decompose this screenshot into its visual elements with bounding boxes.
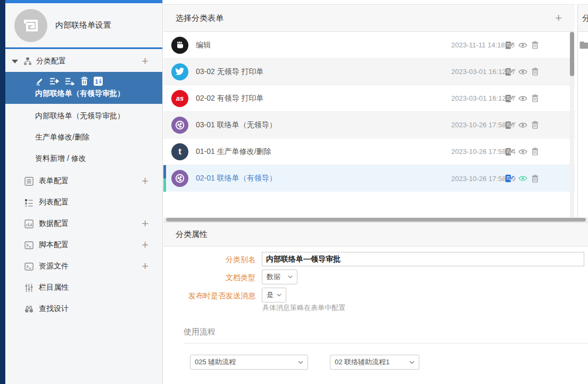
twitter-icon xyxy=(171,63,188,80)
doc-type-select[interactable]: 数据 xyxy=(262,269,297,284)
bar-chart-icon xyxy=(24,219,34,228)
sidebar-selected-node[interactable]: 1 内部联络单（有领导审批） xyxy=(5,72,162,104)
sidebar-item-no-leader[interactable]: 内部联络单（无领导审批） xyxy=(5,105,162,127)
sidebar-item-data-add-edit[interactable]: 资料新增 / 修改 xyxy=(5,148,162,169)
binoculars-icon xyxy=(24,305,34,314)
edit-form-icon[interactable] xyxy=(505,41,514,50)
picasa-icon xyxy=(171,170,188,187)
add-category-button[interactable]: + xyxy=(142,55,148,67)
picasa-glyph xyxy=(175,120,185,130)
flow-select-main-value: 025 辅助流程 xyxy=(195,357,236,367)
flow-section-title: 使用流程 xyxy=(184,327,216,337)
row-actions xyxy=(505,94,539,103)
lastfm-glyph: as xyxy=(176,95,184,102)
row-actions xyxy=(505,148,539,156)
trash-icon[interactable] xyxy=(532,175,539,183)
sidebar-item-resource-files[interactable]: 资源文件 + xyxy=(5,256,162,277)
alias-input[interactable] xyxy=(262,252,584,266)
sidebar-item-label: 脚本配置 xyxy=(39,240,69,250)
move-item-down-level-icon[interactable] xyxy=(65,77,75,85)
row-actions xyxy=(505,41,539,50)
sidebar-item-label: 资源文件 xyxy=(39,262,69,271)
category-properties-panel: 分类属性 分类别名 文档类型 数据 发布时是否发送消息 是 具体消息策略在表单中… xyxy=(163,222,588,384)
add-script-button[interactable]: + xyxy=(142,239,148,251)
trash-icon[interactable] xyxy=(532,148,539,156)
edit-form-icon[interactable] xyxy=(505,121,514,129)
sidebar-item-form-config[interactable]: 表单配置 + xyxy=(5,170,162,192)
fist-glyph xyxy=(176,40,185,50)
twitter-bird-glyph xyxy=(175,68,185,76)
move-item-up-level-icon[interactable] xyxy=(49,77,60,85)
send-message-select[interactable]: 是 xyxy=(262,288,286,303)
eye-icon[interactable] xyxy=(518,69,527,75)
doc-type-label: 文档类型 xyxy=(163,273,255,283)
eye-icon[interactable] xyxy=(518,95,527,102)
form-list-title: 选择分类表单 xyxy=(176,13,223,23)
table-row[interactable]: 03-02 无领导 打印单 2023-03-01 16:12:07 xyxy=(163,59,575,85)
flow-select-aux-value: 02 联络辅助流程1 xyxy=(335,357,390,367)
horizontal-scrollbar-thumb[interactable] xyxy=(166,218,586,222)
delete-trash-icon[interactable] xyxy=(80,77,88,86)
caret-down-icon[interactable] xyxy=(12,60,18,63)
arrow-down-glyph xyxy=(99,79,102,84)
sidebar-item-category-config[interactable]: 分类配置 + xyxy=(5,51,162,72)
chevron-down-icon xyxy=(288,275,293,279)
sidebar-item-production-edit[interactable]: 生产单修改/删除 xyxy=(5,127,162,148)
list-icon xyxy=(24,198,34,207)
edit-form-icon[interactable] xyxy=(505,148,514,156)
row-label: 02-02 有领导 打印单 xyxy=(196,94,264,103)
add-form-button[interactable]: + xyxy=(142,175,148,187)
properties-title: 分类属性 xyxy=(176,230,208,240)
flow-divider xyxy=(184,343,588,344)
trash-icon[interactable] xyxy=(532,41,539,49)
edit-form-icon[interactable] xyxy=(505,94,514,103)
form-list-header: 选择分类表单 + xyxy=(163,4,575,32)
trash-icon[interactable] xyxy=(532,68,539,76)
eye-icon-active[interactable] xyxy=(518,175,527,182)
properties-header: 分类属性 xyxy=(163,223,588,247)
flow-select-aux[interactable]: 02 联络辅助流程1 xyxy=(330,355,419,370)
sidebar-item-search-design[interactable]: 查找设计 xyxy=(5,298,162,320)
trash-icon[interactable] xyxy=(532,121,539,129)
eye-icon[interactable] xyxy=(518,149,527,155)
row-actions xyxy=(505,174,539,183)
sort-order-number: 1 xyxy=(95,78,98,85)
sidebar-item-label: 查找设计 xyxy=(39,304,69,314)
picasa-icon xyxy=(171,117,188,134)
chevron-down-icon xyxy=(298,361,303,364)
sidebar-item-data-config[interactable]: 数据配置 + xyxy=(5,213,162,234)
side-panel-title: 分 xyxy=(582,13,588,23)
sidebar-item-list-config[interactable]: 列表配置 xyxy=(5,192,162,213)
eye-icon[interactable] xyxy=(518,122,527,128)
chevron-down-icon xyxy=(409,361,415,364)
edit-form-icon[interactable] xyxy=(505,68,514,76)
flow-select-main[interactable]: 025 辅助流程 xyxy=(190,355,308,370)
table-row[interactable]: 03-01 联络单（无领导） 2023-10-26 17:58:27 xyxy=(163,112,575,138)
sidebar-header: 内部联络单设置 xyxy=(5,3,162,47)
table-row-selected[interactable]: 02-01 联络单（有领导） 2023-10-26 17:58:09 xyxy=(163,165,575,192)
add-resource-button[interactable]: + xyxy=(142,260,148,272)
send-message-value: 是 xyxy=(267,290,274,300)
edit-form-icon-active[interactable] xyxy=(505,174,514,183)
chevron-down-icon xyxy=(277,293,281,297)
table-row[interactable]: 编辑 2023-11-11 14:18:20 xyxy=(163,32,575,59)
sidebar-item-script-config[interactable]: 脚本配置 + xyxy=(5,234,162,256)
sort-order-icon[interactable]: 1 xyxy=(94,77,103,86)
row-actions xyxy=(505,68,539,76)
table-row[interactable]: t 01-01 生产单修改/删除 2023-10-26 17:59:04 xyxy=(163,138,575,165)
table-row[interactable]: as 02-02 有领导 打印单 2023-03-01 16:12:07 xyxy=(163,85,575,112)
sidebar-divider xyxy=(5,47,162,49)
tumblr-glyph: t xyxy=(178,147,181,156)
edit-pencil-icon[interactable] xyxy=(35,77,44,86)
vertical-scrollbar-thumb[interactable] xyxy=(570,32,574,76)
add-form-entry-button[interactable]: + xyxy=(555,12,562,24)
folder-icon[interactable] xyxy=(579,40,588,50)
sidebar-item-column-properties[interactable]: 栏目属性 xyxy=(5,277,162,298)
send-message-label: 发布时是否发送消息 xyxy=(163,291,255,301)
row-label: 02-01 联络单（有领导） xyxy=(196,174,277,183)
sidebar-selected-label: 内部联络单（有领导审批） xyxy=(35,89,125,99)
add-data-button[interactable]: + xyxy=(142,218,148,230)
eye-icon[interactable] xyxy=(518,42,527,48)
trash-icon[interactable] xyxy=(532,94,539,102)
sliders-icon xyxy=(24,283,34,292)
